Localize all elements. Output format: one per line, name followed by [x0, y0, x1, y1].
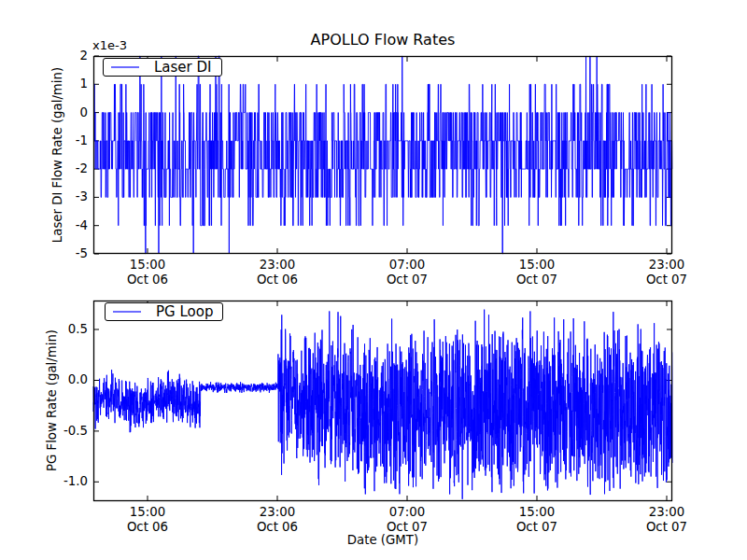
xtick-label: 23:00Oct 06	[238, 505, 317, 534]
xtick-label: 15:00Oct 07	[498, 258, 576, 287]
ytick-label: 0.0	[45, 371, 88, 387]
xtick-label: 07:00Oct 07	[368, 258, 446, 287]
legend-line-sample	[111, 66, 139, 68]
legend-label-pg-loop: PG Loop	[156, 304, 213, 319]
xtick-label: 23:00Oct 07	[627, 258, 706, 287]
bottom-axes-pg-loop: PG Loop	[93, 301, 672, 501]
legend-label-laser-di: Laser DI	[154, 60, 212, 75]
ytick-label: 0	[45, 105, 88, 120]
bottom-y-axis-label: PG Flow Rate (gal/min)	[45, 329, 59, 471]
bottom-axes-pg-loop-plot-area	[93, 301, 672, 501]
xtick-label: 15:00Oct 06	[108, 258, 187, 287]
figure-canvas: APOLLO Flow Rates x1e-3 Laser DI Flow Ra…	[0, 0, 747, 560]
ytick-label: -1	[45, 133, 88, 148]
pg-loop-trace	[93, 310, 672, 499]
xtick-label: 15:00Oct 07	[498, 505, 576, 534]
figure-title: APOLLO Flow Rates	[93, 31, 672, 49]
legend-line-sample	[113, 311, 141, 313]
x-axis-label: Date (GMT)	[93, 533, 672, 547]
top-axes-laser-di-plot-area	[93, 56, 672, 254]
xtick-label: 23:00Oct 07	[627, 505, 706, 534]
ytick-label: 1	[45, 76, 88, 91]
xtick-label: 15:00Oct 06	[108, 505, 187, 534]
laser-di-trace	[93, 56, 672, 254]
ytick-label: -5	[45, 245, 88, 261]
ytick-label: -1.0	[45, 473, 88, 489]
ytick-label: -4	[45, 217, 88, 233]
ytick-label: 0.5	[45, 321, 88, 337]
ytick-label: -0.5	[45, 423, 88, 439]
y-axis-offset-multiplier: x1e-3	[92, 38, 127, 52]
xtick-label: 23:00Oct 06	[238, 258, 317, 287]
legend-laser-di: Laser DI	[103, 58, 222, 77]
ytick-label: -3	[45, 189, 88, 204]
ytick-label: 2	[45, 48, 88, 63]
xtick-label: 07:00Oct 07	[368, 505, 446, 534]
ytick-label: -2	[45, 161, 88, 176]
legend-pg-loop: PG Loop	[105, 302, 223, 321]
top-axes-laser-di: Laser DI	[93, 56, 672, 254]
